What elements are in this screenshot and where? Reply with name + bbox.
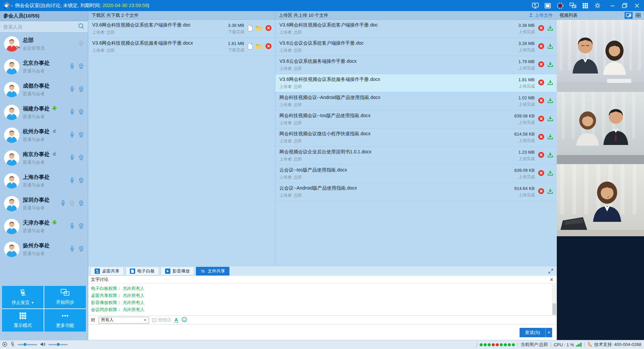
webcam-icon[interactable] xyxy=(78,154,85,162)
video-thumbnail[interactable] xyxy=(557,92,644,164)
chat-input-area[interactable]: 发送(S) ▼ xyxy=(88,325,557,340)
search-input[interactable] xyxy=(3,24,78,30)
upload-file-row[interactable]: 云会议--Ios版产品使用指南.docx上传者: 总部 839.09 KB上传完… xyxy=(275,165,557,183)
webcam-icon[interactable] xyxy=(78,200,85,208)
participant-search[interactable] xyxy=(0,21,88,33)
record-icon[interactable] xyxy=(557,2,564,9)
start-sync-button[interactable]: 开始同步 xyxy=(44,286,86,308)
webcam-icon[interactable] xyxy=(78,63,85,71)
upload-file-row[interactable]: V3.6网会科技视频会议系统客户端操作手册.doc上传者: 总部 3.38 MB… xyxy=(275,20,557,38)
webcam-icon[interactable] xyxy=(78,131,85,139)
mic-icon[interactable] xyxy=(69,177,75,185)
video-thumbnail[interactable] xyxy=(557,164,644,236)
delete-icon[interactable] xyxy=(538,134,544,141)
mic-volume-slider[interactable] xyxy=(18,344,37,345)
participant-row[interactable]: 南京办事处 普通与会者 xyxy=(0,147,88,169)
upload-file-button[interactable]: 上传文件 xyxy=(529,12,553,18)
upload-file-row-selected[interactable]: V3.6网会科技视频会议系统服务端操作手册.docx上传者: 总部 1.81 M… xyxy=(275,74,557,92)
delete-icon[interactable] xyxy=(538,115,544,123)
delete-icon[interactable] xyxy=(538,43,544,51)
maximize-button[interactable] xyxy=(622,3,627,8)
upload-file-row[interactable]: 网会科技视频会议--Ios版产品使用指南.docx上传者: 总部 839.08 … xyxy=(275,110,557,129)
webcam-icon[interactable] xyxy=(78,222,85,231)
participant-row[interactable]: 上海办事处 普通与会者 xyxy=(0,169,88,192)
video-grid-icon[interactable] xyxy=(634,12,642,19)
participant-row[interactable]: 杭州办事处 普通与会者 xyxy=(0,124,88,147)
search-icon[interactable] xyxy=(78,23,85,31)
delete-icon[interactable] xyxy=(538,97,544,105)
open-file-icon[interactable] xyxy=(248,43,253,51)
display-mode-button[interactable]: 显示模式 xyxy=(2,309,44,332)
speaker-icon[interactable] xyxy=(40,342,46,348)
delete-icon[interactable] xyxy=(538,152,544,159)
download-icon[interactable] xyxy=(547,79,553,87)
send-options-dropdown[interactable]: ▼ xyxy=(545,328,552,337)
delete-icon[interactable] xyxy=(265,25,272,33)
mic-icon[interactable] xyxy=(69,222,75,231)
emoji-icon[interactable] xyxy=(181,317,187,323)
download-icon[interactable] xyxy=(547,115,553,123)
mic-muted-icon[interactable] xyxy=(10,341,15,348)
chevron-down-icon[interactable]: ˅ xyxy=(11,4,13,8)
video-thumbnail[interactable] xyxy=(557,20,644,92)
camera-icon[interactable] xyxy=(69,200,75,208)
delete-icon[interactable] xyxy=(265,43,272,51)
grid-layout-icon[interactable] xyxy=(582,3,588,9)
download-icon[interactable] xyxy=(547,97,553,105)
video-layout-icon[interactable] xyxy=(625,12,633,19)
tab-file-share[interactable]: 文件共享 xyxy=(196,267,229,276)
participant-row[interactable]: 福建办事处 普通与会者 xyxy=(0,101,88,124)
delete-icon[interactable] xyxy=(538,25,544,33)
send-button[interactable]: 发送(S) xyxy=(520,328,545,337)
mic-icon[interactable] xyxy=(69,245,75,253)
recipient-select[interactable]: 所有人 ▼ xyxy=(99,317,149,323)
download-icon[interactable] xyxy=(547,43,553,51)
scrollbar-thumb[interactable] xyxy=(552,303,556,315)
delete-icon[interactable] xyxy=(538,170,544,178)
fullscreen-window-icon[interactable] xyxy=(545,3,551,8)
mic-icon[interactable] xyxy=(69,86,75,94)
webcam-icon[interactable] xyxy=(78,108,85,116)
mic-icon[interactable] xyxy=(69,131,75,139)
font-style-icon[interactable]: A xyxy=(174,317,178,323)
upload-file-row[interactable]: 网会视频会议企业后台使用说明书1.0.1.docx上传者: 总部 1.23 MB… xyxy=(275,147,557,165)
delete-icon[interactable] xyxy=(538,79,544,87)
stop-speaking-button[interactable]: 停止发言▼ xyxy=(2,286,44,308)
mic-icon[interactable] xyxy=(60,200,66,208)
gear-icon[interactable] xyxy=(594,2,601,9)
webcam-icon[interactable] xyxy=(78,40,85,48)
sync-screens-icon[interactable] xyxy=(570,3,576,9)
download-icon[interactable] xyxy=(547,188,553,196)
tab-desktop-share[interactable]: 桌面共享 xyxy=(90,267,124,276)
webcam-icon[interactable] xyxy=(78,86,85,94)
participant-row[interactable]: 成都办事处 普通与会者 xyxy=(0,78,88,101)
open-folder-icon[interactable] xyxy=(256,25,263,33)
tab-whiteboard[interactable]: 电子白板 xyxy=(125,267,159,276)
participant-row[interactable]: 天津办事处 普通与会者 xyxy=(0,215,88,238)
upload-file-row[interactable]: 网会科技视频会议微信小程序快速指南.docx上传者: 总部 614.58 KB上… xyxy=(275,129,557,147)
download-icon[interactable] xyxy=(547,61,553,69)
screen-share-icon[interactable] xyxy=(532,3,539,9)
mic-icon[interactable] xyxy=(69,63,75,71)
mic-icon[interactable] xyxy=(69,108,75,116)
close-button[interactable] xyxy=(635,3,639,8)
whisper-option[interactable]: 悄悄话 xyxy=(152,317,171,323)
participant-row[interactable]: 总部 会议管理员 xyxy=(0,33,88,55)
upload-file-row[interactable]: 云会议--Android版产品使用指南.docx上传者: 总部 914.64 K… xyxy=(275,183,557,201)
upload-file-row[interactable]: V3.6云会议系统服务端操作手册.docx上传者: 总部 1.79 MB上传完成 xyxy=(275,56,557,74)
download-icon[interactable] xyxy=(547,134,553,141)
record-status-icon[interactable] xyxy=(2,342,7,348)
delete-icon[interactable] xyxy=(538,188,544,196)
more-functions-button[interactable]: 更多功能 xyxy=(44,309,86,332)
download-file-row[interactable]: V3.6网会科技视频会议系统客户端操作手册.doc 上传者: 总部 3.38 M… xyxy=(88,20,275,38)
webcam-icon[interactable] xyxy=(78,245,85,253)
participant-row[interactable]: 深圳办事处 普通与会者 xyxy=(0,192,88,215)
download-icon[interactable] xyxy=(547,170,553,178)
participant-row[interactable]: 北京办事处 普通与会者 xyxy=(0,55,88,78)
participant-row[interactable]: 扬州办事处 普通与会者 xyxy=(0,238,88,261)
upload-file-row[interactable]: 网会科技视频会议--Android版产品使用指南.docx上传者: 总部 1.0… xyxy=(275,92,557,110)
chat-scrollbar[interactable] xyxy=(552,284,556,315)
close-icon[interactable]: ✕ xyxy=(550,278,553,282)
download-file-row[interactable]: V3.6网会科技视频会议系统服务端操作手册.docx 上传者: 总部 1.81 … xyxy=(88,38,275,56)
webcam-icon[interactable] xyxy=(78,177,85,185)
